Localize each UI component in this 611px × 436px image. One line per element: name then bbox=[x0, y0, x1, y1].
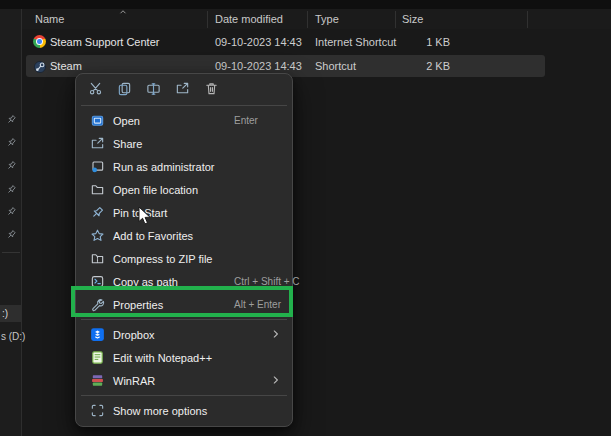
menu-item-label: Edit with Notepad++ bbox=[113, 352, 212, 364]
file-row[interactable]: Steam Support Center09-10-2023 14:43Inte… bbox=[22, 31, 611, 53]
file-type: Shortcut bbox=[315, 55, 356, 77]
share-icon bbox=[89, 136, 105, 152]
share-button[interactable] bbox=[174, 82, 191, 99]
cut-button[interactable] bbox=[87, 82, 104, 99]
menu-item-label: Compress to ZIP file bbox=[113, 253, 212, 265]
nav-drive-d-item[interactable]: s (D:) bbox=[1, 331, 25, 342]
toolbar-edge bbox=[0, 0, 611, 9]
menu-item-label: Copy as path bbox=[113, 276, 178, 288]
mouse-cursor bbox=[138, 206, 151, 229]
context-menu: OpenEnterShareRun as administratorOpen f… bbox=[75, 73, 293, 427]
menu-item-label: Properties bbox=[113, 299, 163, 311]
menu-item-label: Add to Favorites bbox=[113, 230, 193, 242]
folder-icon bbox=[89, 182, 105, 198]
menu-item-label: Show more options bbox=[113, 405, 207, 417]
copy-path-icon bbox=[89, 274, 105, 290]
menu-item-open[interactable]: OpenEnter bbox=[76, 109, 292, 132]
pin-badge-icon bbox=[6, 111, 19, 124]
open-icon bbox=[89, 113, 105, 129]
copy-icon bbox=[117, 81, 132, 100]
menu-item-edit-with-notepadpp[interactable]: Edit with Notepad++ bbox=[76, 346, 292, 369]
context-menu-items: OpenEnterShareRun as administratorOpen f… bbox=[76, 109, 292, 422]
menu-item-compress-to-zip[interactable]: Compress to ZIP file bbox=[76, 247, 292, 270]
file-size: 1 KB bbox=[380, 31, 450, 53]
menu-item-run-as-administrator[interactable]: Run as administrator bbox=[76, 155, 292, 178]
pin-badge-icon bbox=[6, 226, 19, 239]
column-header-date-modified[interactable]: Date modified bbox=[215, 9, 283, 29]
menu-item-share[interactable]: Share bbox=[76, 132, 292, 155]
shortcut-label: Alt + Enter bbox=[234, 299, 281, 310]
nav-drive-c-item[interactable]: :) bbox=[0, 305, 21, 322]
menu-item-dropbox[interactable]: Dropbox bbox=[76, 323, 292, 346]
shortcut-label: Ctrl + Shift + C bbox=[234, 276, 300, 287]
menu-separator bbox=[81, 319, 287, 320]
copy-button[interactable] bbox=[116, 82, 133, 99]
menu-item-open-file-location[interactable]: Open file location bbox=[76, 178, 292, 201]
sort-ascending-icon bbox=[118, 3, 128, 21]
share-icon bbox=[175, 81, 190, 100]
pin-badge-icon bbox=[6, 181, 19, 194]
file-size: 2 KB bbox=[380, 55, 450, 77]
winrar-icon bbox=[89, 373, 105, 389]
quick-action-bar bbox=[76, 78, 292, 102]
menu-item-winrar[interactable]: WinRAR bbox=[76, 369, 292, 392]
chevron-right-icon bbox=[269, 327, 283, 345]
shortcut-label: Enter bbox=[234, 115, 258, 126]
menu-item-label: Dropbox bbox=[113, 329, 155, 341]
column-divider[interactable] bbox=[207, 11, 208, 28]
column-header-row: Name Date modified Type Size bbox=[22, 9, 611, 29]
menu-item-copy-as-path[interactable]: Copy as pathCtrl + Shift + C bbox=[76, 270, 292, 293]
column-header-name[interactable]: Name bbox=[35, 9, 64, 29]
menu-item-properties[interactable]: PropertiesAlt + Enter bbox=[76, 293, 292, 316]
pin-icon bbox=[89, 205, 105, 221]
menu-separator bbox=[81, 395, 287, 396]
dropbox-icon bbox=[89, 327, 105, 343]
menu-item-label: Run as administrator bbox=[113, 161, 215, 173]
column-divider[interactable] bbox=[307, 11, 308, 28]
notepadpp-icon bbox=[89, 350, 105, 366]
menu-item-label: Share bbox=[113, 138, 142, 150]
steam-icon bbox=[33, 59, 47, 73]
column-header-size[interactable]: Size bbox=[402, 9, 423, 29]
navigation-pane: :) s (D:) bbox=[0, 9, 22, 436]
zip-icon bbox=[89, 251, 105, 267]
internet-shortcut-icon bbox=[33, 35, 47, 49]
chevron-right-icon bbox=[269, 373, 283, 391]
menu-item-label: WinRAR bbox=[113, 375, 155, 387]
pin-badge-icon bbox=[6, 203, 19, 216]
column-header-type[interactable]: Type bbox=[315, 9, 339, 29]
file-name: Steam bbox=[50, 55, 82, 77]
nav-divider bbox=[2, 252, 20, 253]
file-name: Steam Support Center bbox=[50, 31, 159, 53]
menu-item-add-to-favorites[interactable]: Add to Favorites bbox=[76, 224, 292, 247]
delete-icon bbox=[204, 81, 219, 100]
rename-icon bbox=[146, 81, 161, 100]
star-icon bbox=[89, 228, 105, 244]
menu-item-label: Open bbox=[113, 115, 140, 127]
menu-item-show-more-options[interactable]: Show more options bbox=[76, 399, 292, 422]
wrench-icon bbox=[89, 297, 105, 313]
rename-button[interactable] bbox=[145, 82, 162, 99]
delete-button[interactable] bbox=[203, 82, 220, 99]
file-explorer-window: Name Date modified Type Size Steam Suppo… bbox=[0, 0, 611, 436]
cut-icon bbox=[88, 81, 103, 100]
column-divider[interactable] bbox=[527, 11, 528, 28]
show-more-icon bbox=[89, 403, 105, 419]
file-date-modified: 09-10-2023 14:43 bbox=[215, 31, 302, 53]
admin-icon bbox=[89, 159, 105, 175]
column-divider[interactable] bbox=[395, 11, 396, 28]
menu-item-label: Open file location bbox=[113, 184, 198, 196]
pin-badge-icon bbox=[6, 157, 19, 170]
menu-item-pin-to-start[interactable]: Pin to Start bbox=[76, 201, 292, 224]
pin-badge-icon bbox=[6, 134, 19, 147]
menu-separator bbox=[81, 105, 287, 106]
